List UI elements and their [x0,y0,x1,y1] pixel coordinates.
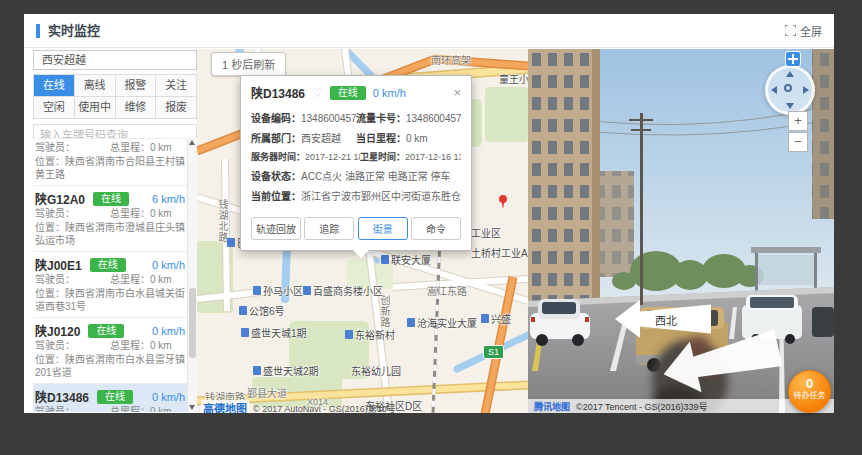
streetview-button[interactable]: 街景 [358,217,408,240]
field-value: 西安超越 [301,133,341,144]
fullscreen-label: 全屏 [800,23,822,39]
popup-status-badge: 在线 [330,86,366,100]
command-button[interactable]: 命令 [411,217,461,240]
building-icon [253,366,261,375]
pan-mode-button[interactable] [785,51,801,67]
dark-car [812,307,834,337]
refresh-countdown-button[interactable]: 1 秒后刷新 [211,52,286,76]
scroll-up-icon[interactable] [189,140,195,145]
pan-right-icon[interactable] [803,86,809,94]
field-value: 0 km [406,133,428,144]
mileage-value: 0 km [150,340,172,351]
map-label: 鄞县大道 [247,385,287,400]
vehicle-plate: 陕J0120 [35,322,80,339]
driver-label: 驾驶员： [35,340,75,351]
content-area: 西安超越 在线 离线 报警 关注 空闲 使用中 维修 报废 驾驶员： 总里程：0… [24,49,834,413]
vehicle-speed: 0 km/h [152,259,185,271]
close-icon[interactable]: × [453,87,461,99]
field-key: 当前位置： [251,191,301,202]
pending-tasks-label: 待办任务 [789,391,830,401]
field-key: 流量卡号： [356,113,406,124]
field-key: 所属部门： [251,133,301,144]
map-label: 兴盛 [481,311,511,326]
vehicle-sidebar: 西安超越 在线 离线 报警 关注 空闲 使用中 维修 报废 驾驶员： 总里程：0… [33,50,197,412]
popup-plate: 陕D13486 [251,84,305,101]
map-label: 盛世天城2期 [253,363,319,378]
amap-logo: 高德地图 [201,400,249,413]
pan-down-icon[interactable] [786,103,794,109]
mileage-value: 0 km [150,274,172,285]
zoom-in-button[interactable]: + [788,111,808,131]
compass-center-icon[interactable] [784,84,792,92]
popup-speed: 0 km/h [373,87,406,99]
mileage-label: 总里程： [110,406,150,412]
vehicle-speed: 6 km/h [152,193,185,205]
mileage-label: 总里程： [110,208,150,219]
mileage-value: 0 km [150,406,172,412]
tab-repair[interactable]: 维修 [116,97,157,119]
trace-button[interactable]: 追踪 [304,217,354,240]
driver-label: 驾驶员： [35,274,75,285]
streetview-attribution: 腾讯地图 ©2017 Tencent - GS(2016)339号 [528,399,834,413]
map-label: 东裕新村 [345,327,395,342]
field-value: 13486004573 [406,113,461,124]
map-label: 童王小区东苑 [499,71,528,86]
pending-tasks-badge[interactable]: 0 待办任务 [788,370,831,413]
building-icon [345,330,353,339]
field-key: 服务器时间： [251,152,305,162]
streetview-copyright: ©2017 Tencent - GS(2016)339号 [576,400,708,413]
scroll-down-icon[interactable] [189,405,195,410]
vehicle-list: 驾驶员： 总里程：0 km 位置：陕西省渭南市合阳县王村镇黄王路 陕G12A0 … [33,138,197,412]
field-value: 2017-12-16 13:42:06 [405,152,461,162]
streetview-panel[interactable]: 西北 + − 腾讯地图 ©2017 Tencent - GS(2016)339号 [528,49,834,413]
fullscreen-button[interactable]: 全屏 [785,23,822,39]
vehicle-speed: 0 km/h [152,325,185,337]
pan-left-icon[interactable] [771,86,777,94]
status-badge: 在线 [90,258,126,272]
building-icon [481,314,489,323]
building-icon [241,328,249,337]
tab-offline[interactable]: 离线 [75,75,116,97]
vehicle-list-item[interactable]: 陕J0120 在线 0 km/h 驾驶员： 总里程：0 km 位置：陕西省渭南市… [33,318,197,384]
map-label: 南环高架 [431,52,471,67]
tab-follow[interactable]: 关注 [156,75,197,97]
location-label: 位置： [35,156,65,167]
tab-online[interactable]: 在线 [34,75,75,97]
mileage-label: 总里程： [110,142,150,153]
tab-inuse[interactable]: 使用中 [75,97,116,119]
field-key: 设备编码： [251,113,301,124]
vehicle-list-item[interactable]: 陕G12A0 在线 6 km/h 驾驶员： 总里程：0 km 位置：陕西省渭南市… [33,186,197,252]
location-label: 位置： [35,354,65,365]
field-value: 2017-12-21 18:26:11 [305,152,360,162]
direction-label: 西北 [655,312,677,328]
vehicle-list-item[interactable]: 驾驶员： 总里程：0 km 位置：陕西省渭南市合阳县王村镇黄王路 [33,139,197,186]
tab-scrapped[interactable]: 报废 [156,97,197,119]
compass-control[interactable] [765,65,815,115]
tencent-map-logo: 腾讯地图 [534,400,570,413]
vehicle-list-item-selected[interactable]: 陕D13486 在线 0 km/h 驾驶员： 总里程：0 km 位置：浙江省宁波… [33,384,197,412]
org-select[interactable]: 西安超越 [33,50,197,70]
vehicle-speed: 0 km/h [152,391,185,403]
zoom-out-button[interactable]: − [788,132,808,152]
building-icon [303,286,311,295]
tab-idle[interactable]: 空闲 [34,97,75,119]
map-label: 百盛商务楼小区 [303,283,383,298]
map-copyright: © 2017 AutoNavi - GS(2016)第10号 [253,402,396,414]
mileage-value: 0 km [150,208,172,219]
status-badge: 在线 [88,324,124,338]
map-panel[interactable]: 南环高架 童王小区东苑 文 东湖花园 钱湖北路 巴丽新地 孙马小区 百盛商务楼小… [197,49,528,413]
map-label: 公馆6号 [239,303,285,318]
scrollbar-thumb[interactable] [189,288,196,358]
tab-alarm[interactable]: 报警 [116,75,157,97]
pan-up-icon[interactable] [786,71,794,77]
list-scrollbar[interactable] [187,138,197,412]
map-label: 创新路 [377,295,392,328]
track-playback-button[interactable]: 轨迹回放 [251,217,301,240]
vehicle-list-item[interactable]: 陕J00E1 在线 0 km/h 驾驶员： 总里程：0 km 位置：陕西省渭南市… [33,252,197,318]
map-label: 土桥村工业A区 [471,245,528,260]
page-header: 实时监控 全屏 [24,14,834,48]
status-tabs: 在线 离线 报警 关注 空闲 使用中 维修 报废 [33,74,197,119]
favorite-heart-icon[interactable]: ♡ [312,86,323,100]
vehicle-plate: 陕G12A0 [35,190,85,207]
app-window: 实时监控 全屏 西安超越 在线 离线 报警 关注 空闲 使用中 维修 报废 [24,14,834,413]
